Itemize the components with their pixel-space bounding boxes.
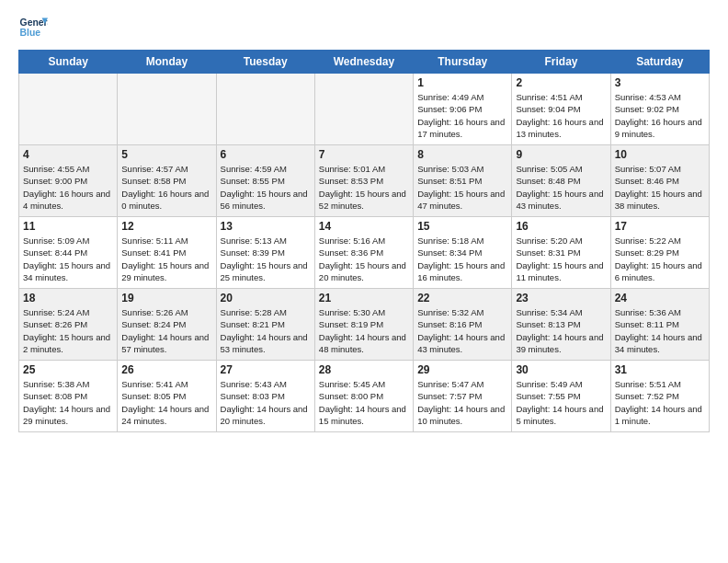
day-number: 28 — [319, 363, 409, 376]
day-cell: 14Sunrise: 5:16 AMSunset: 8:36 PMDayligh… — [314, 217, 413, 289]
day-cell: 16Sunrise: 5:20 AMSunset: 8:31 PMDayligh… — [512, 217, 610, 289]
day-number: 17 — [615, 220, 705, 233]
week-row-3: 18Sunrise: 5:24 AMSunset: 8:26 PMDayligh… — [19, 289, 710, 361]
week-row-2: 11Sunrise: 5:09 AMSunset: 8:44 PMDayligh… — [19, 217, 710, 289]
day-info: Sunrise: 5:43 AMSunset: 8:03 PMDaylight:… — [221, 378, 311, 427]
day-cell — [216, 74, 314, 145]
weekday-header-sunday: Sunday — [19, 51, 118, 74]
day-number: 22 — [417, 292, 507, 304]
day-cell: 22Sunrise: 5:32 AMSunset: 8:16 PMDayligh… — [414, 289, 512, 361]
day-number: 14 — [319, 220, 409, 233]
day-number: 30 — [516, 363, 606, 376]
weekday-header-saturday: Saturday — [610, 51, 709, 74]
day-info: Sunrise: 5:20 AMSunset: 8:31 PMDaylight:… — [516, 235, 606, 283]
day-info: Sunrise: 5:01 AMSunset: 8:53 PMDaylight:… — [319, 163, 409, 212]
day-cell: 21Sunrise: 5:30 AMSunset: 8:19 PMDayligh… — [314, 289, 413, 361]
day-number: 20 — [221, 292, 311, 304]
day-number: 9 — [516, 148, 606, 161]
day-cell: 17Sunrise: 5:22 AMSunset: 8:29 PMDayligh… — [610, 217, 709, 289]
weekday-header-thursday: Thursday — [414, 51, 512, 74]
day-info: Sunrise: 5:05 AMSunset: 8:48 PMDaylight:… — [516, 163, 606, 212]
day-cell: 29Sunrise: 5:47 AMSunset: 7:57 PMDayligh… — [414, 361, 512, 432]
day-number: 24 — [615, 292, 705, 304]
day-info: Sunrise: 5:16 AMSunset: 8:36 PMDaylight:… — [319, 235, 409, 283]
day-cell — [118, 74, 216, 145]
day-number: 15 — [417, 220, 507, 233]
day-number: 13 — [221, 220, 311, 233]
day-info: Sunrise: 5:09 AMSunset: 8:44 PMDaylight:… — [23, 235, 113, 283]
weekday-header-wednesday: Wednesday — [314, 51, 413, 74]
day-cell: 4Sunrise: 4:55 AMSunset: 9:00 PMDaylight… — [19, 145, 118, 217]
weekday-header-friday: Friday — [512, 51, 610, 74]
day-number: 4 — [23, 148, 113, 161]
day-cell: 24Sunrise: 5:36 AMSunset: 8:11 PMDayligh… — [610, 289, 709, 361]
logo: General Blue — [18, 15, 48, 40]
day-cell — [314, 74, 413, 145]
logo-icon: General Blue — [18, 15, 48, 40]
day-number: 27 — [221, 363, 311, 376]
day-info: Sunrise: 5:49 AMSunset: 7:55 PMDaylight:… — [516, 378, 606, 427]
day-cell: 6Sunrise: 4:59 AMSunset: 8:55 PMDaylight… — [216, 145, 314, 217]
day-info: Sunrise: 5:38 AMSunset: 8:08 PMDaylight:… — [23, 378, 113, 427]
day-number: 10 — [615, 148, 705, 161]
day-cell: 8Sunrise: 5:03 AMSunset: 8:51 PMDaylight… — [414, 145, 512, 217]
day-info: Sunrise: 5:22 AMSunset: 8:29 PMDaylight:… — [615, 235, 705, 283]
day-cell: 12Sunrise: 5:11 AMSunset: 8:41 PMDayligh… — [118, 217, 216, 289]
day-info: Sunrise: 4:51 AMSunset: 9:04 PMDaylight:… — [516, 91, 606, 140]
day-cell: 19Sunrise: 5:26 AMSunset: 8:24 PMDayligh… — [118, 289, 216, 361]
day-cell: 10Sunrise: 5:07 AMSunset: 8:46 PMDayligh… — [610, 145, 709, 217]
weekday-header-monday: Monday — [118, 51, 216, 74]
day-number: 23 — [516, 292, 606, 304]
weekday-header-tuesday: Tuesday — [216, 51, 314, 74]
day-info: Sunrise: 5:26 AMSunset: 8:24 PMDaylight:… — [121, 306, 211, 355]
day-info: Sunrise: 5:13 AMSunset: 8:39 PMDaylight:… — [221, 235, 311, 283]
day-info: Sunrise: 5:18 AMSunset: 8:34 PMDaylight:… — [417, 235, 507, 283]
day-info: Sunrise: 4:53 AMSunset: 9:02 PMDaylight:… — [615, 91, 705, 140]
day-cell: 1Sunrise: 4:49 AMSunset: 9:06 PMDaylight… — [414, 74, 512, 145]
week-row-4: 25Sunrise: 5:38 AMSunset: 8:08 PMDayligh… — [19, 361, 710, 432]
day-cell: 26Sunrise: 5:41 AMSunset: 8:05 PMDayligh… — [118, 361, 216, 432]
day-cell: 2Sunrise: 4:51 AMSunset: 9:04 PMDaylight… — [512, 74, 610, 145]
day-cell: 27Sunrise: 5:43 AMSunset: 8:03 PMDayligh… — [216, 361, 314, 432]
day-number: 16 — [516, 220, 606, 233]
day-number: 8 — [417, 148, 507, 161]
day-number: 7 — [319, 148, 409, 161]
day-cell: 31Sunrise: 5:51 AMSunset: 7:52 PMDayligh… — [610, 361, 709, 432]
day-number: 11 — [23, 220, 113, 233]
day-cell: 20Sunrise: 5:28 AMSunset: 8:21 PMDayligh… — [216, 289, 314, 361]
day-cell: 9Sunrise: 5:05 AMSunset: 8:48 PMDaylight… — [512, 145, 610, 217]
day-number: 21 — [319, 292, 409, 304]
day-info: Sunrise: 4:59 AMSunset: 8:55 PMDaylight:… — [221, 163, 311, 212]
day-info: Sunrise: 5:47 AMSunset: 7:57 PMDaylight:… — [417, 378, 507, 427]
day-number: 18 — [23, 292, 113, 304]
page: General Blue SundayMondayTuesdayWednesda… — [0, 0, 728, 563]
day-info: Sunrise: 5:28 AMSunset: 8:21 PMDaylight:… — [221, 306, 311, 355]
day-number: 25 — [23, 363, 113, 376]
day-number: 1 — [417, 76, 507, 89]
day-info: Sunrise: 5:24 AMSunset: 8:26 PMDaylight:… — [23, 306, 113, 355]
week-row-0: 1Sunrise: 4:49 AMSunset: 9:06 PMDaylight… — [19, 74, 710, 145]
day-info: Sunrise: 5:30 AMSunset: 8:19 PMDaylight:… — [319, 306, 409, 355]
calendar: SundayMondayTuesdayWednesdayThursdayFrid… — [18, 50, 710, 432]
day-info: Sunrise: 5:45 AMSunset: 8:00 PMDaylight:… — [319, 378, 409, 427]
day-cell: 28Sunrise: 5:45 AMSunset: 8:00 PMDayligh… — [314, 361, 413, 432]
day-info: Sunrise: 5:07 AMSunset: 8:46 PMDaylight:… — [615, 163, 705, 212]
day-number: 26 — [121, 363, 211, 376]
day-number: 12 — [121, 220, 211, 233]
day-cell: 7Sunrise: 5:01 AMSunset: 8:53 PMDaylight… — [314, 145, 413, 217]
day-cell: 5Sunrise: 4:57 AMSunset: 8:58 PMDaylight… — [118, 145, 216, 217]
day-number: 3 — [615, 76, 705, 89]
weekday-header-row: SundayMondayTuesdayWednesdayThursdayFrid… — [19, 51, 710, 74]
day-number: 6 — [221, 148, 311, 161]
day-cell: 18Sunrise: 5:24 AMSunset: 8:26 PMDayligh… — [19, 289, 118, 361]
day-cell — [19, 74, 118, 145]
day-number: 29 — [417, 363, 507, 376]
week-row-1: 4Sunrise: 4:55 AMSunset: 9:00 PMDaylight… — [19, 145, 710, 217]
day-cell: 11Sunrise: 5:09 AMSunset: 8:44 PMDayligh… — [19, 217, 118, 289]
day-cell: 15Sunrise: 5:18 AMSunset: 8:34 PMDayligh… — [414, 217, 512, 289]
svg-text:Blue: Blue — [20, 28, 41, 38]
day-cell: 23Sunrise: 5:34 AMSunset: 8:13 PMDayligh… — [512, 289, 610, 361]
day-cell: 30Sunrise: 5:49 AMSunset: 7:55 PMDayligh… — [512, 361, 610, 432]
day-info: Sunrise: 5:34 AMSunset: 8:13 PMDaylight:… — [516, 306, 606, 355]
day-info: Sunrise: 5:11 AMSunset: 8:41 PMDaylight:… — [121, 235, 211, 283]
